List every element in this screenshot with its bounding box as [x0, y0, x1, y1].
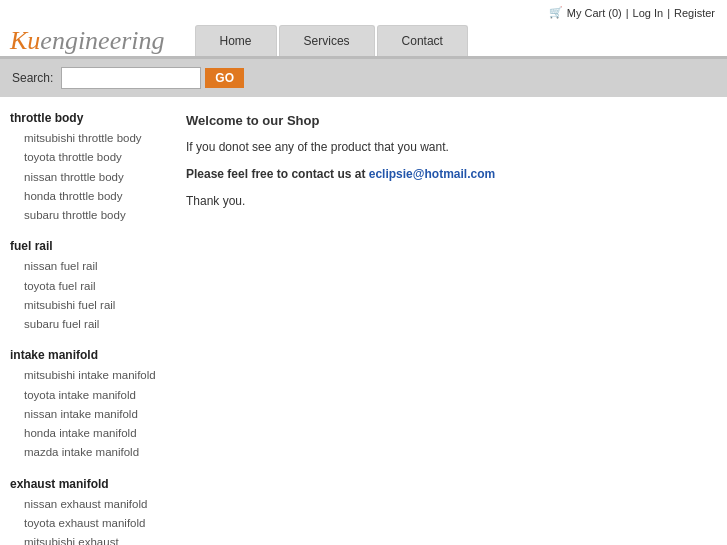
sidebar: throttle bodymitsubishi throttle bodytoy… — [10, 107, 170, 545]
main-line2: Please feel free to contact us at eclips… — [186, 165, 701, 184]
nav-tab-contact[interactable]: Contact — [377, 25, 468, 56]
body-layout: throttle bodymitsubishi throttle bodytoy… — [0, 97, 727, 545]
nav-wrapper: Kuengineering Home Services Contact — [0, 25, 727, 58]
nav-tab-services[interactable]: Services — [279, 25, 375, 56]
sidebar-item[interactable]: mitsubishi exhaust manifold — [10, 533, 160, 545]
sidebar-category-title: exhaust manifold — [10, 477, 160, 491]
sidebar-item[interactable]: mitsubishi intake manifold — [10, 366, 160, 385]
sidebar-category-title: throttle body — [10, 111, 160, 125]
sidebar-item[interactable]: mitsubishi fuel rail — [10, 296, 160, 315]
main-email[interactable]: eclipsie@hotmail.com — [369, 167, 495, 181]
divider1: | — [626, 7, 629, 19]
header-top-bar: 🛒 My Cart (0) | Log In | Register — [0, 0, 727, 25]
logo-ku: Ku — [10, 26, 40, 55]
sidebar-category-title: fuel rail — [10, 239, 160, 253]
sidebar-item[interactable]: toyota intake manifold — [10, 386, 160, 405]
nav-tab-home[interactable]: Home — [195, 25, 277, 56]
main-line1: If you donot see any of the product that… — [186, 138, 701, 157]
sidebar-item[interactable]: toyota exhaust manifold — [10, 514, 160, 533]
sidebar-item[interactable]: nissan throttle body — [10, 168, 160, 187]
register-link[interactable]: Register — [674, 7, 715, 19]
main-line3: Thank you. — [186, 192, 701, 211]
search-button[interactable]: GO — [205, 68, 244, 88]
sidebar-item[interactable]: honda throttle body — [10, 187, 160, 206]
main-content: Welcome to our Shop If you donot see any… — [170, 107, 717, 545]
cart-icon: 🛒 — [549, 6, 563, 19]
logo: Kuengineering — [10, 26, 165, 56]
search-input[interactable] — [61, 67, 201, 89]
divider2: | — [667, 7, 670, 19]
search-bar: Search: GO — [0, 58, 727, 97]
logo-engineering: engineering — [40, 26, 164, 55]
sidebar-item[interactable]: toyota fuel rail — [10, 277, 160, 296]
main-heading: Welcome to our Shop — [186, 113, 701, 128]
sidebar-item[interactable]: toyota throttle body — [10, 148, 160, 167]
sidebar-item[interactable]: mazda intake manifold — [10, 443, 160, 462]
sidebar-item[interactable]: nissan exhaust manifold — [10, 495, 160, 514]
sidebar-category-title: intake manifold — [10, 348, 160, 362]
main-nav: Home Services Contact — [195, 25, 470, 56]
sidebar-item[interactable]: nissan intake manifold — [10, 405, 160, 424]
sidebar-item[interactable]: subaru fuel rail — [10, 315, 160, 334]
search-label: Search: — [12, 71, 53, 85]
main-line2-prefix: Please feel free to contact us at — [186, 167, 369, 181]
sidebar-item[interactable]: subaru throttle body — [10, 206, 160, 225]
sidebar-item[interactable]: nissan fuel rail — [10, 257, 160, 276]
sidebar-item[interactable]: honda intake manifold — [10, 424, 160, 443]
header-main: Kuengineering Home Services Contact — [0, 25, 727, 56]
cart-link[interactable]: My Cart (0) — [567, 7, 622, 19]
sidebar-item[interactable]: mitsubishi throttle body — [10, 129, 160, 148]
login-link[interactable]: Log In — [633, 7, 664, 19]
